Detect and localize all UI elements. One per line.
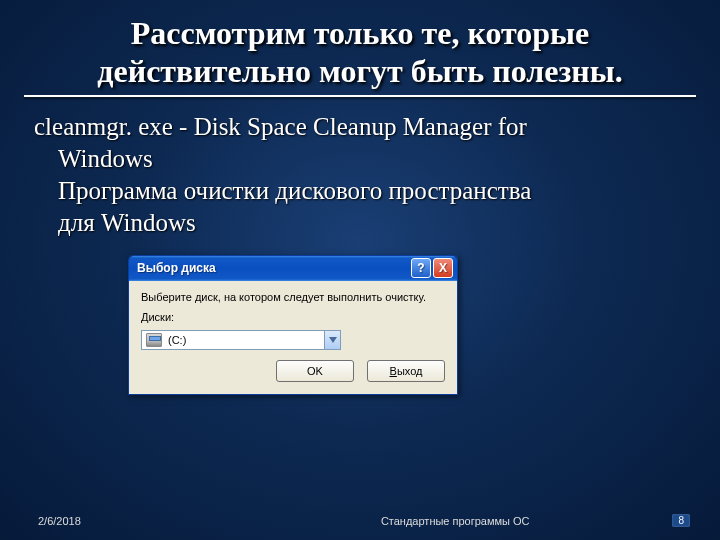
body-text: cleanmgr. exe - Disk Space Cleanup Manag…: [0, 107, 720, 239]
body-line4: для Windows: [34, 207, 686, 239]
slide-title: Рассмотрим только те, которые действител…: [0, 0, 720, 95]
drive-icon: [146, 333, 162, 347]
close-icon: X: [439, 261, 447, 275]
chevron-down-icon[interactable]: [324, 331, 340, 349]
drive-select[interactable]: (C:): [141, 330, 341, 350]
body-line3: Программа очистки дискового пространства: [34, 175, 686, 207]
exit-rest: ыход: [397, 365, 423, 377]
slide-footer: 2/6/2018 Стандартные программы ОС 8: [0, 514, 720, 527]
body-line1: cleanmgr. exe - Disk Space Cleanup Manag…: [34, 113, 527, 140]
title-line2: действительно могут быть полезны.: [97, 53, 622, 89]
title-line1: Рассмотрим только те, которые: [131, 15, 590, 51]
footer-date: 2/6/2018: [38, 515, 238, 527]
close-button[interactable]: X: [433, 258, 453, 278]
page-number: 8: [672, 514, 690, 527]
footer-caption: Стандартные программы ОС: [238, 515, 672, 527]
dialog-titlebar[interactable]: Выбор диска ? X: [128, 255, 458, 281]
body-line2: Windows: [34, 143, 686, 175]
dialog-instruction: Выберите диск, на котором следует выполн…: [141, 291, 445, 305]
title-underline: [24, 95, 696, 97]
dialog-body: Выберите диск, на котором следует выполн…: [128, 281, 458, 396]
ok-button[interactable]: OK: [276, 360, 354, 382]
help-icon: ?: [417, 261, 424, 275]
disk-cleanup-dialog: Выбор диска ? X Выберите диск, на которо…: [128, 255, 458, 396]
drive-value: (C:): [166, 334, 324, 346]
exit-underline: В: [390, 365, 397, 377]
drives-label: Диски:: [141, 311, 445, 325]
help-button[interactable]: ?: [411, 258, 431, 278]
dialog-title: Выбор диска: [137, 261, 216, 275]
exit-button[interactable]: Выход: [367, 360, 445, 382]
button-row: OK Выход: [141, 360, 445, 382]
